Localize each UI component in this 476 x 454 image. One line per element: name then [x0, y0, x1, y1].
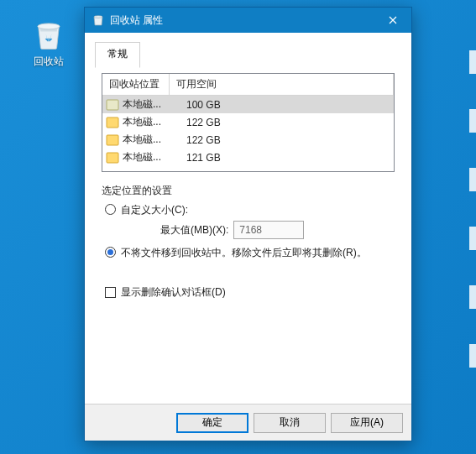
max-size-row: 最大值(MB)(X):	[160, 221, 395, 239]
recycle-bin-small-icon	[92, 13, 105, 27]
dialog-title: 回收站 属性	[110, 13, 374, 28]
drive-icon	[106, 152, 119, 164]
max-size-label: 最大值(MB)(X):	[160, 223, 228, 237]
tabstrip: 常规	[85, 33, 411, 60]
ok-button[interactable]: 确定	[176, 413, 248, 433]
option-no-recycle[interactable]: 不将文件移到回收站中。移除文件后立即将其删除(R)。	[105, 246, 395, 260]
col-location[interactable]: 回收站位置	[102, 74, 170, 96]
row-size: 122 GB	[183, 134, 221, 146]
settings-group: 选定位置的设置 自定义大小(C): 最大值(MB)(X): 不将文件移到回收站中…	[102, 184, 395, 300]
row-size: 100 GB	[183, 99, 221, 111]
col-space[interactable]: 可用空间	[170, 74, 394, 96]
svg-rect-3	[107, 117, 118, 128]
list-item[interactable]: 本地磁... 122 GB	[102, 113, 394, 131]
checkbox-confirm-label: 显示删除确认对话框(D)	[121, 285, 226, 300]
properties-dialog: 回收站 属性 常规 回收站位置 可用空间 本地磁... 100 GB	[84, 7, 412, 441]
list-item[interactable]: 本地磁... 100 GB	[102, 96, 394, 113]
option-custom-size[interactable]: 自定义大小(C):	[105, 203, 395, 217]
svg-rect-5	[107, 153, 118, 163]
tab-content: 回收站位置 可用空间 本地磁... 100 GB 本地磁... 122 GB 本…	[85, 60, 411, 404]
row-loc: 本地磁...	[123, 115, 183, 129]
location-list[interactable]: 回收站位置 可用空间 本地磁... 100 GB 本地磁... 122 GB 本…	[102, 73, 395, 172]
svg-rect-4	[107, 135, 118, 145]
desktop-recycle-bin[interactable]: 回收站	[24, 17, 74, 69]
group-title: 选定位置的设置	[102, 184, 395, 198]
radio-no-recycle[interactable]	[105, 247, 116, 258]
list-item[interactable]: 本地磁... 122 GB	[102, 131, 394, 149]
list-item[interactable]: 本地磁... 121 GB	[102, 149, 394, 166]
row-size: 121 GB	[183, 152, 221, 164]
close-button[interactable]	[374, 8, 411, 33]
row-loc: 本地磁...	[123, 133, 183, 147]
row-size: 122 GB	[183, 117, 221, 128]
drive-icon	[106, 99, 119, 111]
option-confirm-delete[interactable]: 显示删除确认对话框(D)	[105, 285, 395, 300]
option-custom-label: 自定义大小(C):	[121, 203, 188, 217]
recycle-bin-icon	[31, 17, 66, 52]
row-loc: 本地磁...	[123, 150, 183, 164]
option-no-recycle-label: 不将文件移到回收站中。移除文件后立即将其删除(R)。	[121, 246, 367, 260]
apply-button[interactable]: 应用(A)	[331, 413, 403, 433]
row-loc: 本地磁...	[123, 97, 183, 112]
checkbox-confirm[interactable]	[105, 287, 116, 298]
list-header: 回收站位置 可用空间	[102, 74, 394, 96]
svg-rect-2	[107, 100, 118, 110]
close-icon	[389, 16, 397, 24]
svg-point-1	[94, 16, 102, 18]
svg-point-0	[38, 23, 60, 29]
max-size-field[interactable]	[233, 221, 304, 239]
desktop-recycle-bin-label: 回收站	[34, 55, 64, 67]
tab-general[interactable]: 常规	[95, 42, 140, 68]
drive-icon	[106, 134, 119, 146]
radio-custom[interactable]	[105, 204, 116, 215]
cancel-button[interactable]: 取消	[254, 413, 326, 433]
titlebar[interactable]: 回收站 属性	[85, 8, 411, 33]
drive-icon	[106, 117, 119, 128]
dialog-buttons: 确定 取消 应用(A)	[85, 404, 411, 441]
